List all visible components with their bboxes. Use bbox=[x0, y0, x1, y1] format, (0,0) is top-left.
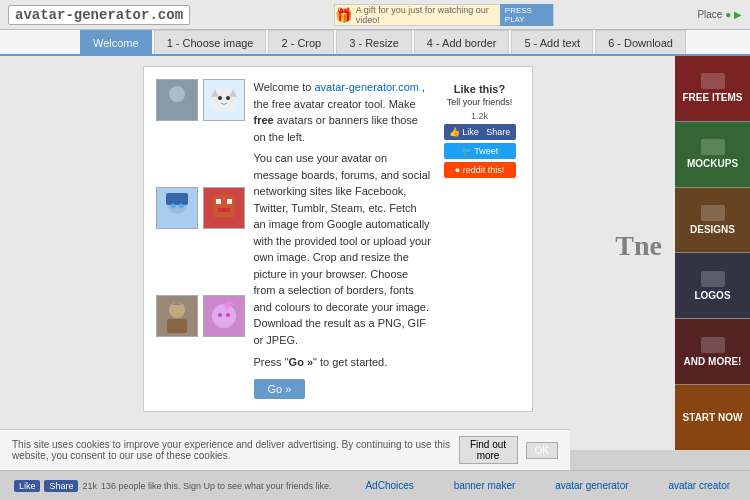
nav-tab-1[interactable]: 1 - Choose image bbox=[154, 30, 267, 54]
reddit-button[interactable]: ● reddit this! bbox=[444, 162, 516, 178]
fb-icon: 👍 bbox=[449, 127, 460, 137]
like-title: Like this? bbox=[444, 83, 516, 95]
sidebar-logos-label: LOGOS bbox=[694, 290, 730, 301]
free-items-icon bbox=[701, 73, 725, 89]
nav-tab-5[interactable]: 5 - Add text bbox=[511, 30, 593, 54]
svg-rect-11 bbox=[213, 195, 235, 217]
thumb-2 bbox=[203, 79, 245, 121]
svg-point-1 bbox=[165, 102, 189, 119]
svg-point-9 bbox=[170, 203, 175, 208]
footer-banner-maker[interactable]: banner maker bbox=[448, 480, 522, 491]
sidebar-mockups[interactable]: MOCKUPS bbox=[675, 122, 750, 187]
sidebar-designs[interactable]: DESIGNS bbox=[675, 188, 750, 253]
thumbnail-grid bbox=[156, 79, 246, 399]
fb-like-footer-button[interactable]: Like bbox=[14, 480, 41, 492]
page-header: avatar-generator.com 🎁 A gift for you ju… bbox=[0, 0, 750, 30]
sidebar-more-label: AND MORE! bbox=[684, 356, 742, 367]
ad-text: A gift for you just for watching our vid… bbox=[356, 5, 495, 25]
mockups-icon bbox=[701, 139, 725, 155]
page-footer: Like Share 21k 136 people like this. Sig… bbox=[0, 470, 750, 500]
nav-tab-6[interactable]: 6 - Download bbox=[595, 30, 686, 54]
nav-tabs: Welcome1 - Choose image2 - Crop3 - Resiz… bbox=[0, 30, 750, 56]
welcome-body: You can use your avatar on message board… bbox=[254, 150, 432, 348]
footer-avatar-generator[interactable]: avatar generator bbox=[549, 480, 634, 491]
like-subtitle: Tell your friends! bbox=[444, 97, 516, 107]
like-sidebar: Like this? Tell your friends! 1.2k 👍 Lik… bbox=[440, 79, 520, 399]
sidebar-start[interactable]: START NOW bbox=[675, 385, 750, 450]
sidebar-start-label: START NOW bbox=[683, 412, 743, 423]
thumb-1 bbox=[156, 79, 198, 121]
sidebar-free-items-label: FREE ITEMS bbox=[682, 92, 742, 103]
right-sidebar: FREE ITEMS MOCKUPS DESIGNS LOGOS AND MOR… bbox=[675, 56, 750, 450]
svg-point-10 bbox=[178, 203, 183, 208]
site-logo: avatar-generator.com bbox=[8, 5, 190, 25]
welcome-text: Welcome to avatar-generator.com , the fr… bbox=[254, 79, 432, 399]
like-count: 1.2k bbox=[444, 111, 516, 121]
ad-icon: 🎁 bbox=[335, 7, 352, 23]
site-link[interactable]: avatar-generator.com bbox=[314, 81, 419, 93]
cookie-message: This site uses cookies to improve your e… bbox=[12, 439, 451, 461]
footer-avatar-creator[interactable]: avatar creator bbox=[662, 480, 736, 491]
svg-rect-16 bbox=[167, 319, 187, 333]
find-out-more-button[interactable]: Find out more bbox=[459, 436, 518, 464]
thumb-3 bbox=[156, 187, 198, 229]
ad-banner[interactable]: 🎁 A gift for you just for watching our v… bbox=[334, 4, 554, 26]
fb-share-footer-button[interactable]: Share bbox=[44, 480, 78, 492]
svg-rect-13 bbox=[227, 199, 232, 204]
place-badge: Place ● ▶ bbox=[697, 9, 742, 20]
svg-rect-8 bbox=[166, 193, 188, 205]
svg-rect-12 bbox=[216, 199, 221, 204]
fb-footer-text: 136 people like this. Sign Up to see wha… bbox=[101, 481, 332, 491]
designs-icon bbox=[701, 205, 725, 221]
sidebar-logos[interactable]: LOGOS bbox=[675, 253, 750, 318]
thumb-4 bbox=[203, 187, 245, 229]
nav-tab-4[interactable]: 4 - Add border bbox=[414, 30, 510, 54]
welcome-panel: Welcome to avatar-generator.com , the fr… bbox=[143, 66, 533, 412]
thumb-5 bbox=[156, 295, 198, 337]
footer-adchoices[interactable]: AdChoices bbox=[359, 480, 419, 491]
sidebar-free-items[interactable]: FREE ITEMS bbox=[675, 56, 750, 121]
fb-footer-count: 21k bbox=[82, 481, 97, 491]
cookie-bar: This site uses cookies to improve your e… bbox=[0, 429, 570, 470]
sidebar-more[interactable]: AND MORE! bbox=[675, 319, 750, 384]
tweet-button[interactable]: 🐦 Tweet bbox=[444, 143, 516, 159]
welcome-intro-prefix: Welcome to bbox=[254, 81, 315, 93]
reddit-icon: ● bbox=[455, 165, 460, 175]
center-content: Welcome to avatar-generator.com , the fr… bbox=[0, 56, 675, 450]
nav-tab-2[interactable]: 2 - Crop bbox=[268, 30, 334, 54]
tweet-icon: 🐦 bbox=[461, 146, 472, 156]
nav-tab-3[interactable]: 3 - Resize bbox=[336, 30, 412, 54]
more-icon bbox=[701, 337, 725, 353]
svg-point-19 bbox=[226, 313, 230, 317]
sidebar-mockups-label: MOCKUPS bbox=[687, 158, 738, 169]
sidebar-designs-label: DESIGNS bbox=[690, 224, 735, 235]
fb-footer: Like Share 21k 136 people like this. Sig… bbox=[14, 480, 332, 492]
press-text: Press "Go »" to get started. bbox=[254, 354, 432, 371]
go-button[interactable]: Go » bbox=[254, 379, 306, 399]
nav-tab-0[interactable]: Welcome bbox=[80, 30, 152, 54]
tne-decorative-text: Tne bbox=[615, 230, 662, 262]
ok-button[interactable]: OK bbox=[526, 442, 558, 459]
play-button[interactable]: PRESS PLAY bbox=[500, 4, 553, 26]
svg-point-18 bbox=[218, 313, 222, 317]
logos-icon bbox=[701, 271, 725, 287]
fb-like-button[interactable]: 👍 Like Share bbox=[444, 124, 516, 140]
svg-point-0 bbox=[169, 86, 185, 102]
svg-rect-14 bbox=[218, 208, 230, 212]
svg-point-17 bbox=[212, 304, 236, 328]
thumb-6 bbox=[203, 295, 245, 337]
